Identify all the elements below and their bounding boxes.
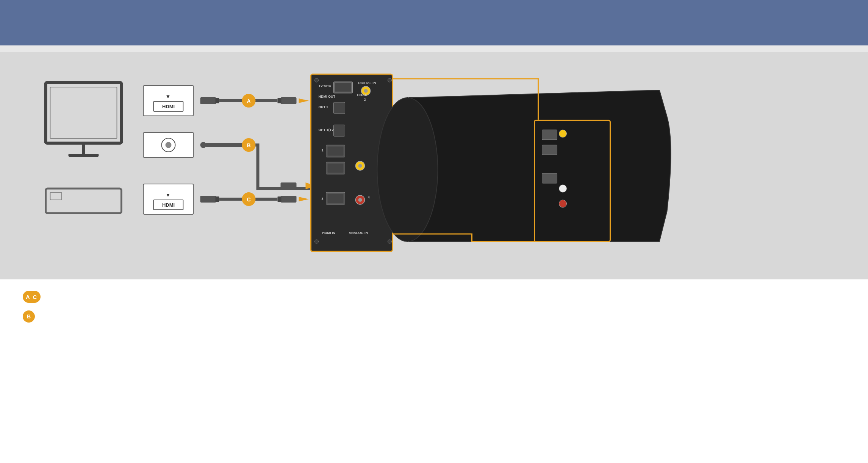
svg-text:HDMI IN: HDMI IN <box>322 231 336 235</box>
diagram-inner: ▼ HDMI ▼ HDMI <box>23 67 845 264</box>
svg-rect-19 <box>281 97 297 104</box>
svg-point-44 <box>361 86 371 95</box>
svg-rect-3 <box>69 154 99 157</box>
separator <box>0 45 868 52</box>
bdplayer-device <box>46 189 122 213</box>
svg-rect-62 <box>328 194 344 203</box>
svg-point-63 <box>356 195 365 204</box>
svg-rect-33 <box>281 196 297 203</box>
legend-row-ac: A C <box>23 291 845 303</box>
svg-rect-5 <box>50 192 62 200</box>
svg-rect-56 <box>328 164 344 173</box>
svg-text:1: 1 <box>322 148 324 152</box>
hdmi-box-a: ▼ HDMI <box>144 86 194 116</box>
badge-b: B <box>23 310 35 323</box>
svg-rect-75 <box>542 130 557 140</box>
svg-text:HDMI: HDMI <box>162 104 175 109</box>
svg-point-12 <box>166 142 172 148</box>
cable-svg: ▼ HDMI ▼ HDMI <box>23 67 845 264</box>
svg-rect-10 <box>144 133 194 157</box>
svg-rect-54 <box>328 147 344 156</box>
svg-point-58 <box>358 164 362 168</box>
svg-point-70 <box>388 78 392 82</box>
svg-text:OPT 2: OPT 2 <box>319 105 328 109</box>
svg-text:3: 3 <box>322 197 324 201</box>
svg-rect-76 <box>542 145 557 155</box>
tv-device <box>46 83 122 157</box>
svg-rect-6 <box>144 86 194 116</box>
svg-rect-61 <box>326 192 345 204</box>
svg-rect-77 <box>542 173 557 183</box>
svg-rect-13 <box>144 184 194 214</box>
svg-rect-55 <box>326 162 345 174</box>
legend-row-b: B <box>23 310 845 323</box>
svg-rect-27 <box>281 182 297 189</box>
svg-rect-26 <box>206 143 251 147</box>
svg-rect-8 <box>154 101 183 111</box>
svg-point-68 <box>315 78 319 82</box>
svg-marker-24 <box>299 98 309 103</box>
svg-rect-41 <box>334 82 353 93</box>
svg-rect-15 <box>154 200 183 210</box>
svg-marker-30 <box>306 182 316 189</box>
svg-rect-1 <box>50 87 117 139</box>
svg-text:OPT 1(TV): OPT 1(TV) <box>319 128 335 132</box>
svg-point-64 <box>358 198 362 202</box>
svg-rect-32 <box>216 196 219 202</box>
svg-point-73 <box>377 98 438 242</box>
svg-text:▼: ▼ <box>166 192 171 198</box>
top-banner <box>0 0 868 45</box>
svg-text:COAX: COAX <box>357 93 367 97</box>
svg-point-11 <box>162 138 175 152</box>
svg-rect-18 <box>216 98 219 103</box>
svg-text:A: A <box>247 98 250 104</box>
svg-point-36 <box>242 192 256 206</box>
svg-text:HDMI: HDMI <box>162 202 175 208</box>
svg-rect-31 <box>200 196 216 203</box>
svg-point-45 <box>364 89 368 93</box>
svg-rect-25 <box>200 142 206 148</box>
svg-text:L: L <box>368 162 370 165</box>
svg-point-57 <box>356 161 365 170</box>
svg-point-22 <box>242 94 256 108</box>
svg-text:▼: ▼ <box>166 94 171 100</box>
svg-text:B: B <box>247 142 250 148</box>
badge-a: A C <box>23 291 41 303</box>
svg-point-71 <box>388 240 392 243</box>
svg-text:TV·ARC: TV·ARC <box>319 84 332 88</box>
svg-rect-53 <box>326 145 345 157</box>
svg-point-80 <box>559 185 567 192</box>
svg-rect-42 <box>335 83 351 92</box>
optical-box-b <box>144 133 194 157</box>
bottom-area: A C B <box>0 279 868 355</box>
svg-text:C: C <box>247 196 250 203</box>
svg-text:ANALOG IN: ANALOG IN <box>349 231 368 235</box>
svg-text:HDMI OUT: HDMI OUT <box>319 95 336 98</box>
svg-text:2: 2 <box>364 98 366 101</box>
svg-rect-20 <box>278 98 282 103</box>
svg-point-69 <box>315 240 319 243</box>
svg-text:DIGITAL IN: DIGITAL IN <box>358 81 376 85</box>
svg-rect-34 <box>278 196 282 202</box>
svg-rect-51 <box>334 125 345 136</box>
svg-marker-38 <box>299 197 309 201</box>
svg-point-28 <box>242 138 256 152</box>
svg-rect-47 <box>334 102 345 114</box>
hdmi-box-c: ▼ HDMI <box>144 184 194 214</box>
svg-rect-4 <box>46 189 122 213</box>
diagram-area: McGrp.Ru ▼ <box>0 52 868 279</box>
svg-rect-74 <box>535 120 610 242</box>
svg-point-79 <box>559 200 567 207</box>
svg-text:R: R <box>368 196 370 199</box>
svg-rect-0 <box>46 83 122 143</box>
svg-point-78 <box>559 130 567 137</box>
svg-rect-17 <box>200 97 216 104</box>
svg-rect-39 <box>311 74 393 251</box>
